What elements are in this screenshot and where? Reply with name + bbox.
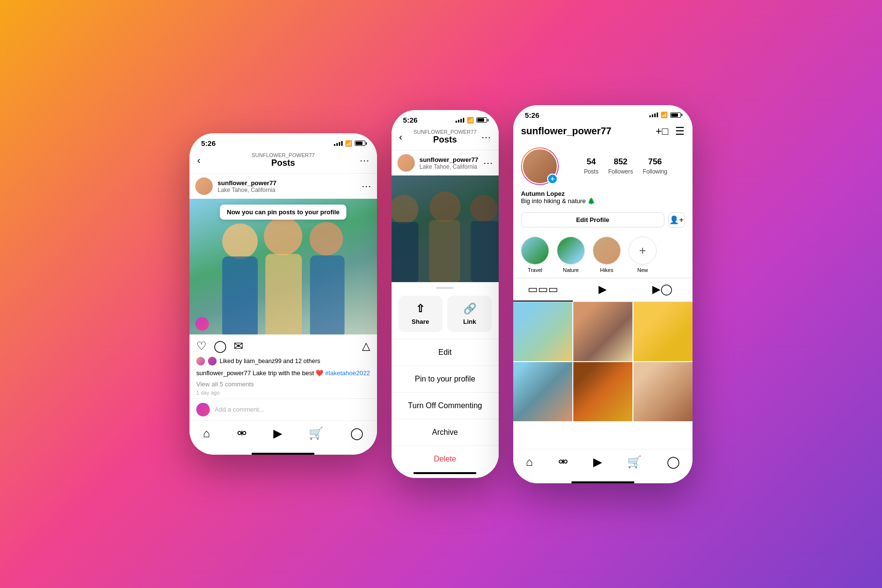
profile-avatar[interactable]: +	[521, 147, 559, 185]
bottom-sheet: ⇧ Share 🔗 Link Edit Pin to your profile …	[392, 282, 499, 478]
back-button-2[interactable]: ‹	[399, 131, 403, 143]
turn-off-commenting-menu-item[interactable]: Turn Off Commenting	[392, 392, 499, 419]
grid-photo-4[interactable]	[513, 362, 572, 421]
tab-tagged[interactable]: ▶◯	[633, 278, 693, 302]
posts-label: Posts	[584, 168, 598, 175]
highlight-hikes[interactable]: Hikes	[593, 237, 621, 273]
share-sheet-button[interactable]: ⇧ Share	[398, 296, 443, 332]
post-username-1[interactable]: sunflower_power77	[218, 179, 357, 187]
comment-input-1[interactable]: Add a comment...	[215, 406, 370, 413]
signal-bar	[657, 112, 658, 117]
signal-bars-3	[649, 112, 658, 117]
bottom-nav-3: ⌂ ⚮ ▶ 🛒 ◯	[513, 449, 693, 478]
timestamp-1: 1 day ago	[189, 389, 377, 398]
menu-icon[interactable]: ☰	[675, 125, 685, 138]
following-label: Following	[643, 168, 667, 175]
followers-stat[interactable]: 852 Followers	[608, 157, 633, 175]
more-options-1[interactable]: ⋯	[360, 155, 369, 166]
highlight-nature[interactable]: Nature	[557, 237, 585, 273]
link-sheet-label: Link	[463, 318, 476, 325]
post-icons-left-1: ♡ ◯ ✉	[196, 339, 243, 353]
status-bar-3: 5:26 📶	[513, 105, 693, 122]
post-more-1[interactable]: ⋯	[362, 180, 371, 192]
signal-bar	[652, 114, 653, 117]
signal-bar	[339, 142, 340, 146]
posts-stat[interactable]: 54 Posts	[584, 157, 598, 175]
home-indicator-1	[252, 453, 315, 455]
comment-button-1[interactable]: ◯	[214, 339, 227, 353]
grid-photo-3[interactable]	[633, 302, 693, 361]
following-stat[interactable]: 756 Following	[643, 157, 667, 175]
nav-title-2: Posts	[399, 135, 491, 145]
post-avatar-2	[397, 154, 415, 172]
highlights-row: Travel Nature Hikes + New	[513, 232, 693, 278]
reels-icon-1[interactable]: ▶	[273, 427, 282, 440]
sheet-top-row: ⇧ Share 🔗 Link	[392, 296, 499, 339]
link-sheet-icon: 🔗	[463, 302, 476, 315]
comment-avatar-1	[196, 403, 210, 416]
search-icon-3[interactable]: ⚮	[558, 455, 568, 469]
tab-grid[interactable]: ▭▭▭	[513, 278, 573, 302]
status-bar-1: 5:26 📶	[189, 133, 377, 150]
tab-reels[interactable]: ▶	[573, 278, 632, 302]
profile-username: sunflower_power77	[521, 126, 612, 137]
signal-bar	[460, 119, 462, 123]
profile-icon-3[interactable]: ◯	[667, 455, 680, 469]
grid-photo-1[interactable]	[513, 302, 572, 361]
more-options-2[interactable]: ⋯	[481, 131, 491, 143]
nav-top-1: ‹ SUNFLOWER_POWER77 Posts ⋯	[197, 152, 369, 168]
add-post-icon[interactable]: +□	[656, 125, 668, 138]
add-story-button[interactable]: +	[547, 174, 558, 184]
pin-to-profile-menu-item[interactable]: Pin to your profile	[392, 366, 499, 392]
bookmark-button-1[interactable]: △	[362, 340, 370, 352]
archive-menu-item[interactable]: Archive	[392, 419, 499, 445]
grid-photo-6[interactable]	[633, 362, 693, 421]
signal-bars-1	[334, 141, 343, 146]
post-user-info-2: sunflower_power77 Lake Tahoe, California	[420, 156, 478, 170]
nav-username-small-1: SUNFLOWER_POWER77	[197, 152, 369, 158]
highlight-circle-new: +	[629, 237, 657, 265]
link-sheet-button[interactable]: 🔗 Link	[447, 296, 492, 332]
add-person-icon: 👤+	[669, 215, 683, 224]
shop-icon-3[interactable]: 🛒	[627, 455, 642, 469]
back-button-1[interactable]: ‹	[197, 155, 201, 166]
signal-bar	[334, 144, 335, 146]
reels-icon-3[interactable]: ▶	[593, 455, 602, 469]
grid-photo-5[interactable]	[573, 362, 632, 421]
highlight-travel[interactable]: Travel	[521, 237, 549, 273]
post-more-2[interactable]: ⋯	[483, 157, 493, 169]
home-icon-3[interactable]: ⌂	[526, 455, 533, 469]
search-icon-1[interactable]: ⚮	[237, 427, 247, 440]
share-button-1[interactable]: ✉	[234, 339, 243, 353]
wifi-icon: 📶	[345, 140, 352, 147]
status-icons-3: 📶	[649, 111, 681, 118]
grid-photo-2[interactable]	[573, 302, 632, 361]
edit-menu-item[interactable]: Edit	[392, 339, 499, 366]
highlight-label-nature: Nature	[563, 267, 579, 273]
like-button-1[interactable]: ♡	[196, 339, 207, 353]
delete-menu-item[interactable]: Delete	[392, 445, 499, 472]
likes-text-1: Liked by liam_beanz99 and 12 others	[220, 358, 320, 365]
sheet-handle	[436, 287, 454, 289]
profile-icon-1[interactable]: ◯	[350, 427, 363, 440]
home-icon-1[interactable]: ⌂	[203, 427, 210, 440]
home-indicator-3	[571, 481, 634, 483]
add-person-button[interactable]: 👤+	[668, 212, 685, 228]
comments-link-1[interactable]: View all 5 comments	[189, 380, 377, 389]
profile-bio: Autumn Lopez Big into hiking & nature 🌲	[513, 190, 693, 208]
nav-header-1: ‹ SUNFLOWER_POWER77 Posts ⋯	[189, 150, 377, 174]
phone-2: 5:26 📶 ‹ SUNFLOWER_POWER77 Posts	[392, 110, 499, 478]
signal-bar	[336, 143, 338, 146]
add-comment-1: Add a comment...	[189, 398, 377, 420]
highlight-new[interactable]: + New	[629, 237, 657, 273]
highlight-label-travel: Travel	[528, 267, 542, 273]
post-username-2[interactable]: sunflower_power77	[420, 156, 478, 163]
shop-icon-1[interactable]: 🛒	[309, 427, 323, 440]
battery-icon-2	[476, 117, 487, 123]
hashtag-1[interactable]: #laketahoe2022	[325, 369, 370, 377]
edit-profile-button[interactable]: Edit Profile	[521, 212, 664, 227]
bottom-nav-1: ⌂ ⚮ ▶ 🛒 ◯	[189, 420, 377, 450]
post-header-2: sunflower_power77 Lake Tahoe, California…	[392, 150, 499, 175]
profile-info-row: + 54 Posts 852 Followers 756 Following	[513, 143, 693, 190]
status-time-1: 5:26	[201, 139, 216, 147]
